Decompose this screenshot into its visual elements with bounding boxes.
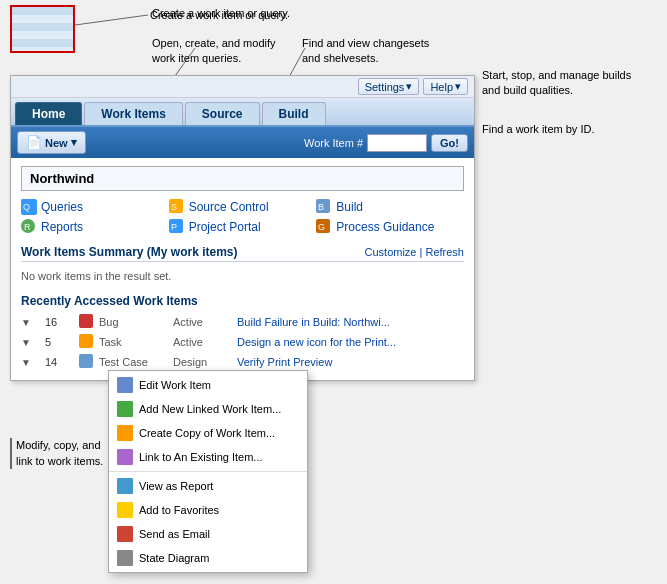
link-build[interactable]: B Build <box>316 199 464 215</box>
svg-text:G: G <box>318 222 325 232</box>
item-type-5: Task <box>99 336 169 348</box>
item-id-16: 16 <box>45 316 75 328</box>
separator-text: | <box>420 246 423 258</box>
state-diagram-icon <box>117 550 133 566</box>
edit-icon <box>117 377 133 393</box>
work-item-label: Work Item # <box>304 137 363 149</box>
app-thumbnail <box>10 5 75 53</box>
menu-item-link-existing[interactable]: Link to An Existing Item... <box>109 445 307 469</box>
no-items-message: No work items in the result set. <box>21 266 464 286</box>
create-copy-icon <box>117 425 133 441</box>
menu-item-edit[interactable]: Edit Work Item <box>109 373 307 397</box>
work-item-row: ▼ 16 Bug Active Build Failure in Build: … <box>21 312 464 332</box>
callout-text-create: Create a work item or query. <box>152 6 290 21</box>
menu-label-edit: Edit Work Item <box>139 379 211 391</box>
work-item-row: ▼ 14 Test Case Design Verify Print Previ… <box>21 352 464 372</box>
expand-arrow-14[interactable]: ▼ <box>21 357 41 368</box>
portal-icon: P <box>169 219 185 235</box>
toolbar-row: 📄 New ▾ Work Item # Go! <box>11 127 474 158</box>
menu-label-create-copy: Create Copy of Work Item... <box>139 427 275 439</box>
queries-icon: Q <box>21 199 37 215</box>
svg-line-0 <box>75 15 148 25</box>
links-grid: Q Queries S Source Control B Build R <box>21 199 464 235</box>
menu-item-add-fav[interactable]: Add to Favorites <box>109 498 307 522</box>
callout-create-workitem: Create a work item or query. <box>150 8 288 23</box>
item-type-icon-14 <box>79 354 95 370</box>
help-button[interactable]: Help ▾ <box>423 78 468 95</box>
svg-text:Q: Q <box>23 202 30 212</box>
process-icon: G <box>316 219 332 235</box>
menu-label-add-linked: Add New Linked Work Item... <box>139 403 281 415</box>
link-queries[interactable]: Q Queries <box>21 199 169 215</box>
go-button[interactable]: Go! <box>431 134 468 152</box>
link-existing-icon <box>117 449 133 465</box>
svg-rect-18 <box>79 334 93 348</box>
menu-item-create-copy[interactable]: Create Copy of Work Item... <box>109 421 307 445</box>
menu-item-send-email[interactable]: Send as Email <box>109 522 307 546</box>
context-menu: Edit Work Item Add New Linked Work Item.… <box>108 370 308 573</box>
menu-item-add-linked[interactable]: Add New Linked Work Item... <box>109 397 307 421</box>
item-title-14[interactable]: Verify Print Preview <box>237 356 464 368</box>
new-button[interactable]: 📄 New ▾ <box>17 131 86 154</box>
tab-build[interactable]: Build <box>262 102 326 125</box>
svg-rect-17 <box>79 314 93 328</box>
link-reports[interactable]: R Reports <box>21 219 169 235</box>
reports-icon: R <box>21 219 37 235</box>
item-type-14: Test Case <box>99 356 169 368</box>
menu-label-state-diagram: State Diagram <box>139 552 209 564</box>
menu-label-view-report: View as Report <box>139 480 213 492</box>
menu-item-state-diagram[interactable]: State Diagram <box>109 546 307 570</box>
link-project-portal[interactable]: P Project Portal <box>169 219 317 235</box>
left-callout: Modify, copy, and link to work items. <box>10 438 105 469</box>
item-state-16: Active <box>173 316 233 328</box>
project-header: Northwind <box>21 166 464 191</box>
menu-item-view-report[interactable]: View as Report <box>109 474 307 498</box>
work-item-id-input[interactable] <box>367 134 427 152</box>
work-items-summary-links[interactable]: Customize | Refresh <box>365 246 464 258</box>
item-id-5: 5 <box>45 336 75 348</box>
svg-text:R: R <box>24 222 31 232</box>
new-button-icon: 📄 <box>26 135 42 150</box>
item-state-5: Active <box>173 336 233 348</box>
work-items-summary-title: Work Items Summary (My work items) <box>21 245 238 259</box>
help-label: Help <box>430 81 453 93</box>
menu-label-add-fav: Add to Favorites <box>139 504 219 516</box>
app-window: Settings ▾ Help ▾ Home Work Items Source… <box>10 75 475 381</box>
item-title-16[interactable]: Build Failure in Build: Northwi... <box>237 316 464 328</box>
recent-title: Recently Accessed Work Items <box>21 294 464 308</box>
tab-home[interactable]: Home <box>15 102 82 125</box>
link-source-control[interactable]: S Source Control <box>169 199 317 215</box>
link-process-guidance[interactable]: G Process Guidance <box>316 219 464 235</box>
item-type-icon-5 <box>79 334 95 350</box>
svg-rect-19 <box>79 354 93 368</box>
item-id-14: 14 <box>45 356 75 368</box>
settings-button[interactable]: Settings ▾ <box>358 78 420 95</box>
callout-text-open: Open, create, and modify work item queri… <box>152 36 276 67</box>
tab-source[interactable]: Source <box>185 102 260 125</box>
settings-row: Settings ▾ Help ▾ <box>11 76 474 98</box>
svg-text:P: P <box>171 222 177 232</box>
send-email-icon <box>117 526 133 542</box>
item-title-5[interactable]: Design a new icon for the Print... <box>237 336 464 348</box>
add-fav-icon <box>117 502 133 518</box>
project-name: Northwind <box>30 171 94 186</box>
work-item-row: ▼ 5 Task Active Design a new icon for th… <box>21 332 464 352</box>
view-report-icon <box>117 478 133 494</box>
source-control-icon: S <box>169 199 185 215</box>
menu-label-link-existing: Link to An Existing Item... <box>139 451 263 463</box>
refresh-link[interactable]: Refresh <box>425 246 464 258</box>
svg-text:S: S <box>171 202 177 212</box>
item-type-icon-16 <box>79 314 95 330</box>
work-item-search: Work Item # Go! <box>304 134 468 152</box>
tab-workitems[interactable]: Work Items <box>84 102 182 125</box>
callout-text-build: Start, stop, and manage builds and build… <box>482 68 631 99</box>
menu-label-send-email: Send as Email <box>139 528 210 540</box>
settings-dropdown-arrow: ▾ <box>406 80 412 93</box>
content-area: Northwind Q Queries S Source Control B B… <box>11 158 474 380</box>
callout-text-findid: Find a work item by ID. <box>482 122 594 137</box>
expand-arrow-16[interactable]: ▼ <box>21 317 41 328</box>
expand-arrow-5[interactable]: ▼ <box>21 337 41 348</box>
item-state-14: Design <box>173 356 233 368</box>
item-type-16: Bug <box>99 316 169 328</box>
customize-link[interactable]: Customize <box>365 246 417 258</box>
